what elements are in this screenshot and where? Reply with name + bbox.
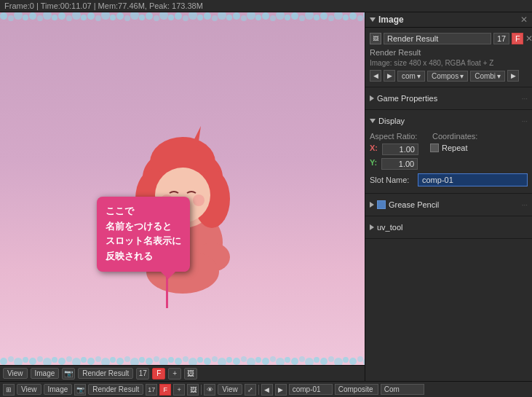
render-result-letter: F — [512, 33, 523, 44]
bb-render-result-button[interactable]: Render Result — [88, 384, 143, 395]
uv-tool-section: uv_tool — [365, 216, 532, 239]
viewport-render-icon[interactable]: 🖼 — [184, 368, 197, 380]
display-section: Display ··· Aspect Ratio: Coordinates: X… — [365, 110, 532, 194]
game-properties-section: Game Properties ··· — [365, 87, 532, 110]
render-result-icon: 🖼 — [370, 33, 381, 44]
bb-slot-name: comp-01 — [289, 384, 333, 395]
bb-nav-right-icon[interactable]: ▶ — [275, 384, 287, 396]
bb-image-icon[interactable]: 🖼 — [187, 384, 199, 396]
game-properties-row: Game Properties ··· — [370, 90, 528, 106]
render-result-name-input[interactable] — [384, 33, 491, 44]
x-value-input[interactable] — [382, 144, 418, 155]
nav-combi-button[interactable]: Combi ▾ — [470, 71, 505, 82]
bb-view2-icon[interactable]: 👁 — [204, 384, 215, 396]
viewport-image-button[interactable]: Image — [31, 368, 60, 379]
slot-name-label: Slot Name: — [370, 176, 413, 184]
display-dots: ··· — [522, 117, 528, 125]
game-properties-collapse-icon — [370, 95, 374, 101]
bb-plus-icon[interactable]: + — [173, 384, 185, 396]
bb-composite-label: Composite — [335, 384, 378, 395]
render-result-number: 17 — [493, 33, 509, 44]
bb-editor-icon[interactable]: ⊞ — [3, 384, 15, 396]
render-result-close-icon[interactable]: ✕ — [525, 34, 532, 44]
bb-image-button[interactable]: Image — [44, 384, 73, 395]
info-text: Render Result — [370, 47, 528, 58]
aspect-coord-labels-row: Aspect Ratio: Coordinates: — [370, 130, 528, 142]
coordinates-label: Coordinates: — [432, 132, 483, 141]
slot-name-row: Slot Name: — [370, 171, 528, 189]
svg-point-9 — [193, 194, 205, 206]
panel-title: Image — [378, 15, 404, 25]
bottom-decoration — [0, 343, 365, 365]
nav-com-label: com — [402, 72, 416, 80]
viewport-view-button[interactable]: View — [3, 368, 28, 379]
x-row: X: Repeat — [370, 142, 528, 157]
main-content: View Image 📷 Render Result 17 F + 🖼 ここで … — [0, 12, 532, 381]
frame-info: Frame:0 | Time:00:11.07 | Mem:77.46M, Pe… — [4, 1, 203, 10]
bb-camera-icon[interactable]: 📷 — [74, 384, 86, 396]
nav-compos-button[interactable]: Compos ▾ — [427, 71, 468, 82]
viewport-render-button[interactable]: Render Result — [78, 368, 133, 379]
top-info-bar: Frame:0 | Time:00:11.07 | Mem:77.46M, Pe… — [0, 0, 532, 12]
top-decoration — [0, 12, 365, 34]
aspect-ratio-label: Aspect Ratio: — [370, 132, 421, 141]
tooltip-line4: 反映される — [106, 251, 153, 262]
nav-forward-icon[interactable]: ▶ — [507, 70, 519, 82]
uv-tool-header[interactable]: uv_tool — [370, 221, 402, 234]
display-collapse-icon — [370, 119, 376, 123]
nav-combi-label: Combi — [475, 72, 496, 80]
repeat-row: Repeat — [430, 144, 467, 152]
render-result-row: 🖼 17 F ✕ — [370, 31, 528, 47]
bb-separator-1 — [201, 385, 202, 395]
grease-pencil-collapse-icon — [370, 202, 374, 208]
bb-number-icon: 17 — [146, 384, 157, 396]
bb-view-button[interactable]: View — [17, 384, 41, 395]
panel-collapse-icon[interactable] — [370, 17, 376, 22]
nav-com-dropdown-icon: ▾ — [417, 72, 421, 80]
viewport-bottom-bar: View Image 📷 Render Result 17 F + 🖼 — [0, 365, 365, 381]
viewport-num-icon: 17 — [136, 368, 149, 380]
viewport-camera-icon[interactable]: 📷 — [62, 368, 75, 380]
bb-nav-left-icon[interactable]: ◀ — [261, 384, 273, 396]
grease-pencil-checkbox[interactable] — [377, 200, 386, 209]
uv-tool-row: uv_tool — [370, 219, 528, 235]
bottom-bar: ⊞ View Image 📷 Render Result 17 F + 🖼 👁 … — [0, 381, 532, 397]
nav-com-button[interactable]: com ▾ — [397, 71, 425, 82]
nav-right-icon[interactable]: ▶ — [384, 70, 395, 82]
nav-row: ◀ ▶ com ▾ Compos ▾ Combi ▾ ▶ — [370, 68, 528, 84]
tooltip-line1: ここで — [106, 205, 134, 216]
slot-name-input[interactable] — [418, 173, 528, 186]
grease-pencil-header[interactable]: Grease Pencil — [370, 198, 439, 211]
bb-view2-button[interactable]: View — [218, 384, 242, 395]
display-header[interactable]: Display — [370, 114, 405, 127]
grease-pencil-label: Grease Pencil — [389, 200, 439, 209]
viewport-red-letter: F — [152, 368, 165, 380]
grease-pencil-section: Grease Pencil ··· — [365, 194, 532, 216]
grease-pencil-dots: ··· — [522, 201, 528, 209]
display-label: Display — [378, 117, 405, 125]
panel-close-icon[interactable]: ✕ — [520, 15, 528, 25]
bb-separator-2 — [258, 385, 259, 395]
nav-compos-dropdown-icon: ▾ — [460, 72, 464, 80]
bb-expand-icon[interactable]: ⤢ — [245, 384, 256, 396]
viewport: View Image 📷 Render Result 17 F + 🖼 ここで … — [0, 12, 365, 381]
tooltip-line2: 名前をつけると — [106, 221, 172, 232]
repeat-label: Repeat — [442, 144, 467, 152]
y-value-input[interactable] — [381, 158, 418, 170]
info-detail: Image: size 480 x 480, RGBA float + Z — [370, 58, 528, 68]
tooltip-bubble: ここで 名前をつけると スロット名表示に 反映される — [97, 197, 190, 272]
game-properties-dots: ··· — [522, 95, 528, 103]
uv-tool-collapse-icon — [370, 224, 374, 230]
viewport-plus-icon[interactable]: + — [168, 368, 181, 380]
y-row: Y: — [370, 157, 528, 171]
game-properties-header[interactable]: Game Properties — [370, 92, 437, 105]
repeat-checkbox[interactable] — [430, 144, 439, 152]
display-content: Aspect Ratio: Coordinates: X: Repeat Y: — [370, 129, 528, 190]
render-result-section: 🖼 17 F ✕ Render Result Image: size 480 x… — [365, 28, 532, 87]
display-header-row: Display ··· — [370, 113, 528, 129]
y-axis-label: Y: — [370, 158, 377, 167]
nav-left-icon[interactable]: ◀ — [370, 70, 381, 82]
grease-pencil-row: Grease Pencil ··· — [370, 197, 528, 213]
nav-combi-dropdown-icon: ▾ — [497, 72, 501, 80]
uv-tool-label: uv_tool — [377, 223, 402, 232]
